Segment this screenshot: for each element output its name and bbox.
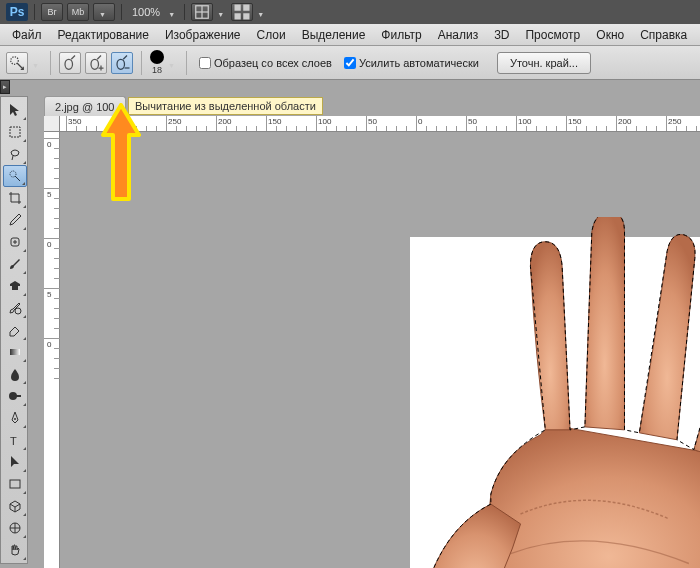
sample-all-layers-checkbox[interactable]: Образец со всех слоев xyxy=(199,57,332,69)
svg-point-9 xyxy=(91,59,99,69)
svg-rect-3 xyxy=(235,5,241,11)
brush-subtract-icon xyxy=(112,53,132,73)
svg-text:T: T xyxy=(10,435,17,447)
pen-tool[interactable] xyxy=(3,407,27,429)
current-tool-icon[interactable] xyxy=(6,52,28,74)
brush-preset-picker[interactable]: 18 xyxy=(150,50,164,75)
collapsed-panel-toggle[interactable]: ▸ xyxy=(0,80,10,94)
menubar: Файл Редактирование Изображение Слои Выд… xyxy=(0,24,700,46)
type-tool[interactable]: T xyxy=(3,429,27,451)
add-selection-button[interactable] xyxy=(85,52,107,74)
svg-point-18 xyxy=(14,418,16,420)
checkbox-label: Усилить автоматически xyxy=(359,57,479,69)
3d-tool[interactable] xyxy=(3,495,27,517)
lasso-tool[interactable] xyxy=(3,143,27,165)
hand-tool[interactable] xyxy=(3,539,27,561)
app-titlebar: Ps Br Mb 100% xyxy=(0,0,700,24)
svg-rect-4 xyxy=(243,5,249,11)
path-selection-tool[interactable] xyxy=(3,451,27,473)
brush-size-label: 18 xyxy=(152,65,162,75)
separator xyxy=(186,51,187,75)
separator xyxy=(34,4,35,20)
history-brush-tool[interactable] xyxy=(3,297,27,319)
dodge-tool[interactable] xyxy=(3,385,27,407)
toolbox: T xyxy=(0,96,28,564)
chevron-down-icon[interactable] xyxy=(257,7,267,17)
healing-brush-tool[interactable] xyxy=(3,231,27,253)
menu-image[interactable]: Изображение xyxy=(157,24,249,46)
menu-3d[interactable]: 3D xyxy=(486,24,517,46)
svg-rect-5 xyxy=(235,13,241,19)
separator xyxy=(50,51,51,75)
svg-rect-15 xyxy=(10,349,20,355)
checkbox-input[interactable] xyxy=(344,57,356,69)
quick-select-icon xyxy=(7,53,27,73)
auto-enhance-checkbox[interactable]: Усилить автоматически xyxy=(344,57,479,69)
clone-stamp-tool[interactable] xyxy=(3,275,27,297)
blur-tool[interactable] xyxy=(3,363,27,385)
menu-filter[interactable]: Фильтр xyxy=(373,24,429,46)
svg-rect-20 xyxy=(10,480,20,488)
svg-rect-11 xyxy=(10,127,20,137)
separator xyxy=(141,51,142,75)
svg-rect-6 xyxy=(243,13,249,19)
refine-edge-button[interactable]: Уточн. край... xyxy=(497,52,591,74)
brush-new-icon xyxy=(60,53,80,73)
ruler-horizontal[interactable]: 35030025020015010050050100150200250 xyxy=(60,116,700,132)
move-tool[interactable] xyxy=(3,99,27,121)
tooltip: Вычитание из выделенной области xyxy=(128,97,323,115)
crop-tool[interactable] xyxy=(3,187,27,209)
svg-rect-17 xyxy=(16,395,21,397)
options-bar: 18 Образец со всех слоев Усилить автомат… xyxy=(0,46,700,80)
svg-point-16 xyxy=(9,392,17,400)
separator xyxy=(184,4,185,20)
menu-help[interactable]: Справка xyxy=(632,24,695,46)
checkbox-label: Образец со всех слоев xyxy=(214,57,332,69)
menu-layers[interactable]: Слои xyxy=(249,24,294,46)
hand-image xyxy=(410,217,700,568)
ruler-origin[interactable] xyxy=(44,116,60,132)
eyedropper-tool[interactable] xyxy=(3,209,27,231)
chevron-down-icon xyxy=(99,7,109,17)
menu-edit[interactable]: Редактирование xyxy=(50,24,157,46)
new-selection-button[interactable] xyxy=(59,52,81,74)
brush-add-icon xyxy=(86,53,106,73)
ruler-vertical[interactable]: 05050 xyxy=(44,132,60,568)
eraser-tool[interactable] xyxy=(3,319,27,341)
image-document[interactable] xyxy=(410,237,700,568)
zoom-level[interactable]: 100% xyxy=(132,6,160,18)
menu-analysis[interactable]: Анализ xyxy=(430,24,487,46)
screen-mode-button[interactable] xyxy=(93,3,115,21)
brush-preview-icon xyxy=(150,50,164,64)
svg-point-10 xyxy=(117,59,125,69)
bridge-button[interactable]: Br xyxy=(41,3,63,21)
arrange-documents-button[interactable] xyxy=(231,3,253,21)
menu-file[interactable]: Файл xyxy=(4,24,50,46)
gradient-tool[interactable] xyxy=(3,341,27,363)
app-logo: Ps xyxy=(6,3,28,21)
annotation-arrow xyxy=(99,103,143,203)
checkbox-input[interactable] xyxy=(199,57,211,69)
marquee-tool[interactable] xyxy=(3,121,27,143)
shape-tool[interactable] xyxy=(3,473,27,495)
3d-camera-tool[interactable] xyxy=(3,517,27,539)
canvas[interactable] xyxy=(60,132,700,568)
separator xyxy=(121,4,122,20)
chevron-down-icon[interactable] xyxy=(32,58,42,68)
quick-selection-tool[interactable] xyxy=(3,165,27,187)
subtract-selection-button[interactable] xyxy=(111,52,133,74)
brush-tool[interactable] xyxy=(3,253,27,275)
menu-window[interactable]: Окно xyxy=(588,24,632,46)
chevron-down-icon[interactable] xyxy=(168,7,178,17)
menu-view[interactable]: Просмотр xyxy=(517,24,588,46)
chevron-down-icon[interactable] xyxy=(217,7,227,17)
minibridge-button[interactable]: Mb xyxy=(67,3,89,21)
view-extras-button[interactable] xyxy=(191,3,213,21)
menu-select[interactable]: Выделение xyxy=(294,24,374,46)
chevron-down-icon[interactable] xyxy=(168,58,178,68)
svg-point-8 xyxy=(65,59,73,69)
svg-point-14 xyxy=(15,308,21,314)
